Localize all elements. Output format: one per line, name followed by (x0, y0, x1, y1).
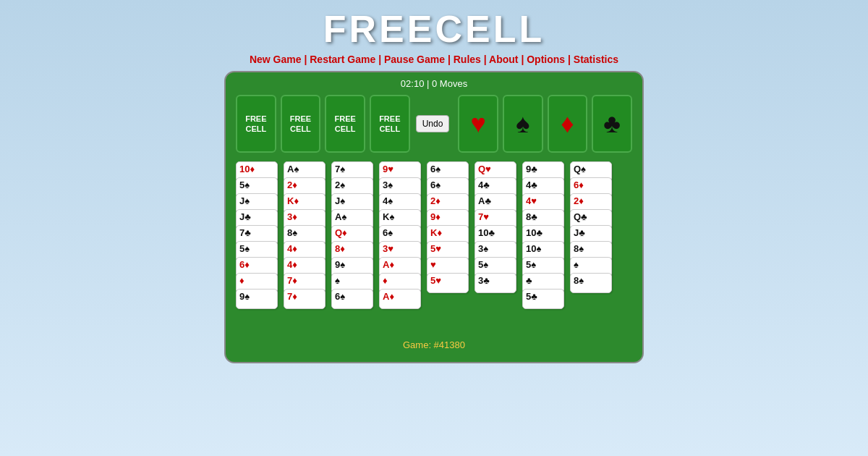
table-row[interactable]: A♦ (379, 289, 421, 309)
table-row[interactable]: 8♠ (570, 273, 612, 293)
table-row[interactable]: 5♣ (522, 289, 564, 309)
column-2: A♠2♦K♦3♦8♠4♦4♦7♦7♦ (284, 161, 327, 332)
game-number: Game: #41380 (236, 339, 632, 350)
navigation: New Game | Restart Game | Pause Game | R… (250, 54, 618, 65)
column-3: 7♠2♠J♠A♠Q♦8♦9♠♠6♠ (331, 161, 375, 332)
nav-about[interactable]: About (489, 54, 518, 65)
table-row[interactable]: 5♥ (427, 273, 469, 293)
timer-display: 02:10 | 0 Moves (236, 78, 632, 89)
column-1: 10♦5♠J♠J♣7♣5♠6♦♦9♠ (236, 161, 279, 332)
free-cell-4[interactable]: FREECELL (370, 95, 410, 153)
table-row[interactable]: 9♠ (236, 289, 278, 309)
foundation-hearts[interactable]: ♥ (458, 95, 498, 153)
free-cell-2[interactable]: FREECELL (281, 95, 321, 153)
game-title: FREECELL (323, 7, 545, 51)
nav-pause-game[interactable]: Pause Game (384, 54, 445, 65)
nav-options[interactable]: Options (527, 54, 565, 65)
nav-rules[interactable]: Rules (454, 54, 481, 65)
table-row[interactable]: 7♦ (284, 289, 326, 309)
foundation-clubs[interactable]: ♣ (592, 95, 632, 153)
table-row[interactable]: 3♣ (475, 273, 516, 293)
foundation-spades[interactable]: ♠ (503, 95, 543, 153)
game-board: 02:10 | 0 Moves FREECELL FREECELL FREECE… (224, 71, 644, 363)
card-columns: 10♦5♠J♠J♣7♣5♠6♦♦9♠A♠2♦K♦3♦8♠4♦4♦7♦7♦7♠2♠… (236, 161, 632, 332)
timer: 02:10 (401, 78, 425, 89)
moves-count: 0 Moves (432, 78, 467, 89)
column-4: 9♥3♠4♠K♠6♠3♥A♦♦A♦ (379, 161, 422, 332)
column-7: 9♣4♣4♥8♣10♣10♠5♠♣5♣ (522, 161, 566, 332)
top-row: FREECELL FREECELL FREECELL FREECELL Undo… (236, 95, 632, 153)
undo-button[interactable]: Undo (416, 115, 450, 132)
nav-restart-game[interactable]: Restart Game (310, 54, 375, 65)
column-8: Q♠6♦2♦Q♣J♣8♠♠8♠ (570, 161, 613, 332)
nav-statistics[interactable]: Statistics (574, 54, 618, 65)
column-6: Q♥4♣A♣7♥10♣3♠5♠3♣ (475, 161, 518, 332)
column-5: 6♠6♠2♦9♦K♦5♥♥5♥ (427, 161, 470, 332)
free-cell-1[interactable]: FREECELL (236, 95, 276, 153)
nav-new-game[interactable]: New Game (250, 54, 302, 65)
free-cell-3[interactable]: FREECELL (325, 95, 365, 153)
table-row[interactable]: 6♠ (331, 289, 373, 309)
foundation-diamonds[interactable]: ♦ (548, 95, 588, 153)
